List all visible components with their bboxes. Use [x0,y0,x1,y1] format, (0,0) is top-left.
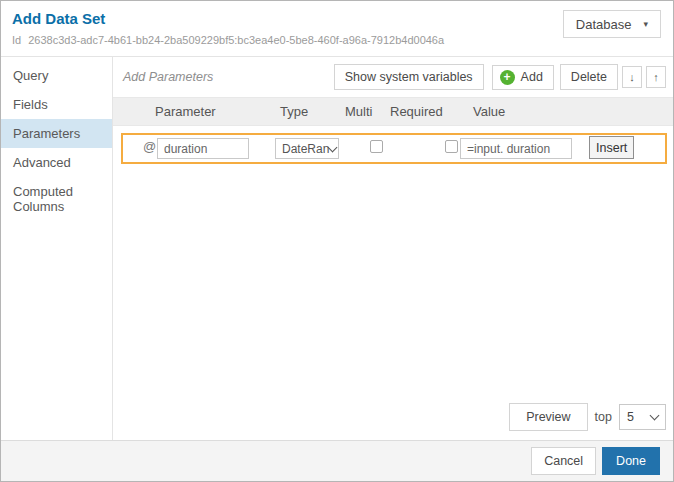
chevron-down-icon [650,411,660,421]
required-checkbox[interactable] [445,140,458,153]
column-header-type: Type [280,104,308,119]
dialog-footer: Cancel Done [1,440,673,481]
parameter-type-value: DateRan [282,142,329,156]
chevron-down-icon: ▾ [643,19,648,29]
column-header-multi: Multi [345,104,372,119]
sidebar-item-advanced[interactable]: Advanced [1,148,112,177]
parameter-name-input[interactable] [157,138,249,159]
parameter-value-input[interactable] [460,138,572,159]
top-label: top [595,410,612,424]
top-count-select[interactable]: 5 [619,404,666,430]
sidebar: Query Fields Parameters Advanced Compute… [1,57,113,440]
dataset-id-value: 2638c3d3-adc7-4b61-bb24-2ba509229bf5:bc3… [28,34,444,46]
add-plus-icon: + [500,70,515,85]
sidebar-item-parameters[interactable]: Parameters [1,119,112,148]
add-parameter-button[interactable]: + Add [492,65,554,90]
add-data-set-dialog: Add Data Set Id2638c3d3-adc7-4b61-bb24-2… [0,0,674,482]
preview-controls: Preview top 5 [509,403,666,431]
column-header-required: Required [390,104,443,119]
show-system-variables-button[interactable]: Show system variables [334,64,484,90]
insert-button[interactable]: Insert [589,136,634,159]
move-up-button[interactable]: ↑ [646,66,666,88]
dataset-id-label: Id [12,34,21,46]
cancel-button[interactable]: Cancel [531,447,596,475]
add-button-label: Add [521,70,543,84]
move-down-button[interactable]: ↓ [622,66,642,88]
dialog-header: Add Data Set Id2638c3d3-adc7-4b61-bb24-2… [1,1,673,57]
parameters-table-header: Parameter Type Multi Required Value [113,97,673,126]
top-count-value: 5 [627,410,634,424]
parameter-row-active: @ DateRan Insert [121,133,667,164]
parameters-panel: Add Parameters Show system variables + A… [113,57,673,440]
sidebar-item-computed-columns[interactable]: Computed Columns [1,177,112,221]
dialog-body: Query Fields Parameters Advanced Compute… [1,57,673,440]
database-dropdown-label: Database [576,17,632,32]
multi-checkbox[interactable] [370,140,383,153]
column-header-value: Value [473,104,505,119]
column-header-parameter: Parameter [155,104,216,119]
database-dropdown-button[interactable]: Database ▾ [563,10,661,38]
section-title: Add Parameters [123,70,326,84]
delete-parameter-button[interactable]: Delete [560,64,618,90]
parameter-prefix: @ [143,139,156,154]
done-button[interactable]: Done [602,447,660,475]
chevron-down-icon [328,142,338,152]
sidebar-item-query[interactable]: Query [1,61,112,90]
parameters-toolbar: Add Parameters Show system variables + A… [113,57,673,97]
parameter-type-select[interactable]: DateRan [275,138,339,159]
preview-button[interactable]: Preview [509,403,587,431]
sidebar-item-fields[interactable]: Fields [1,90,112,119]
